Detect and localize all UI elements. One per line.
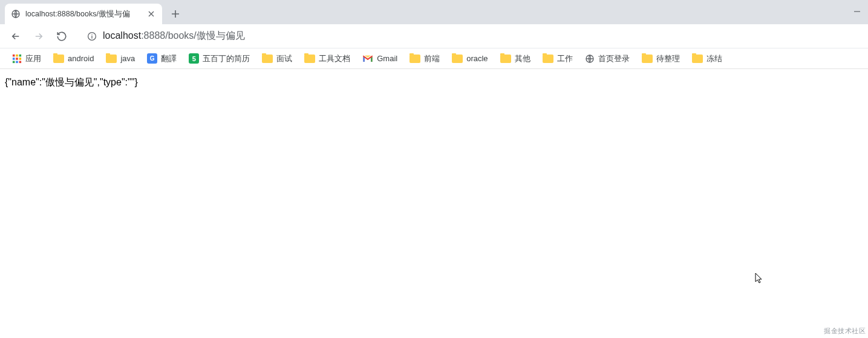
watermark-text: 掘金技术社区 [824, 326, 866, 336]
apps-grid-icon [12, 54, 22, 64]
back-button[interactable] [6, 27, 25, 46]
folder-icon [692, 55, 703, 63]
translate-icon: G [147, 53, 157, 64]
globe-icon [11, 9, 21, 19]
bookmark-item[interactable]: oracle [447, 51, 492, 65]
bookmark-label: Gmail [377, 54, 397, 63]
url-field[interactable]: localhost:8888/books/傲慢与偏见 [80, 27, 862, 45]
svg-rect-3 [16, 54, 18, 56]
folder-icon [452, 55, 463, 63]
folder-icon [410, 55, 420, 63]
folder-icon [106, 55, 117, 63]
bookmark-item[interactable]: Gmail [357, 51, 402, 65]
bookmark-label: 首页登录 [598, 53, 630, 64]
bookmark-label: 翻譯 [161, 53, 177, 64]
bookmark-item[interactable]: 5 五百丁的简历 [184, 51, 255, 67]
bookmark-label: 面试 [276, 53, 292, 64]
bookmark-label: 前端 [424, 53, 440, 64]
forward-button[interactable] [29, 27, 48, 46]
folder-icon [642, 55, 653, 63]
page-body: {"name":"傲慢与偏见","type":""} [0, 69, 868, 96]
bookmark-item[interactable]: G 翻譯 [142, 51, 181, 67]
bookmarks-bar: 应用 android java G 翻譯 5 五百丁的简历 面试 工具文档 Gm… [0, 48, 868, 69]
bookmark-label: 其他 [515, 53, 530, 64]
new-tab-button[interactable] [167, 5, 184, 22]
resume-icon: 5 [189, 53, 199, 64]
url-host: localhost [103, 30, 141, 41]
bookmark-item[interactable]: 冻结 [687, 51, 727, 67]
bookmark-label: 应用 [25, 53, 41, 64]
bookmark-item[interactable]: 前端 [405, 51, 445, 67]
svg-rect-5 [13, 58, 15, 60]
tab-title: localhost:8888/books/傲慢与偏 [25, 9, 142, 19]
address-bar: localhost:8888/books/傲慢与偏见 [0, 24, 868, 48]
folder-icon [543, 55, 553, 63]
bookmark-item[interactable]: 待整理 [637, 51, 685, 67]
svg-rect-10 [19, 61, 22, 63]
bookmark-label: 待整理 [656, 53, 680, 64]
svg-rect-6 [16, 58, 18, 60]
bookmark-label: 冻结 [706, 53, 722, 64]
bookmark-item[interactable]: android [48, 51, 99, 65]
bookmark-item[interactable]: 其他 [495, 51, 535, 67]
svg-rect-4 [19, 54, 22, 56]
folder-icon [304, 55, 315, 63]
tab-strip: localhost:8888/books/傲慢与偏 [0, 0, 868, 24]
bookmark-item[interactable]: 工作 [538, 51, 578, 67]
folder-icon [500, 55, 511, 63]
browser-tab[interactable]: localhost:8888/books/傲慢与偏 [5, 4, 162, 24]
bookmark-item[interactable]: java [101, 51, 140, 65]
svg-rect-7 [19, 58, 22, 60]
window-controls [853, 0, 868, 24]
apps-shortcut[interactable]: 应用 [7, 51, 46, 67]
bookmark-label: oracle [466, 54, 488, 63]
json-response-text: {"name":"傲慢与偏见","type":""} [5, 77, 138, 87]
mouse-cursor-icon [755, 273, 763, 285]
bookmark-label: 工具文档 [319, 53, 350, 64]
bookmark-label: 工作 [557, 53, 573, 64]
bookmark-label: android [68, 54, 94, 63]
globe-icon [585, 54, 595, 64]
url-text: localhost:8888/books/傲慢与偏见 [103, 30, 245, 42]
folder-icon [262, 55, 273, 63]
folder-icon [53, 55, 64, 63]
gmail-icon [362, 55, 373, 63]
bookmark-item[interactable]: 首页登录 [580, 51, 635, 67]
bookmark-label: java [120, 54, 135, 63]
svg-rect-8 [13, 61, 15, 63]
bookmark-label: 五百丁的简历 [203, 53, 250, 64]
minimize-icon[interactable] [853, 7, 861, 18]
close-icon[interactable] [146, 9, 156, 19]
bookmark-item[interactable]: 面试 [257, 51, 297, 67]
svg-rect-2 [13, 54, 15, 56]
bookmark-item[interactable]: 工具文档 [299, 51, 355, 67]
url-port: :8888 [141, 30, 165, 41]
reload-button[interactable] [52, 27, 71, 46]
url-path: /books/傲慢与偏见 [165, 30, 245, 41]
site-info-icon[interactable] [87, 31, 97, 41]
svg-rect-9 [16, 61, 18, 63]
